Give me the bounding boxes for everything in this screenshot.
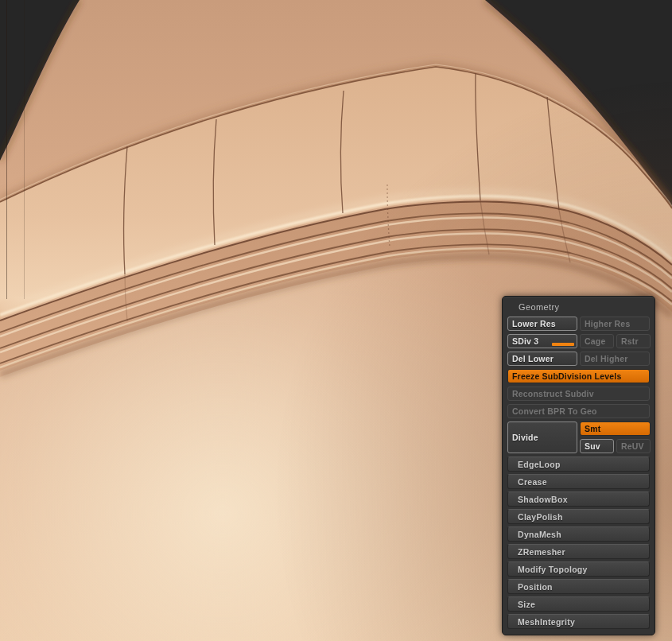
divide-options: Smt Suv ReUV [580,422,651,453]
resolution-row: Lower Res Higher Res [507,317,650,331]
reconstruct-row: Reconstruct Subdiv [507,387,650,401]
section-dynamesh-button[interactable]: DynaMesh [507,526,650,542]
section-size-button[interactable]: Size [507,596,650,612]
cage-button: Cage [580,334,614,348]
del-higher-button: Del Higher [580,352,650,366]
reuv-button: ReUV [616,439,651,453]
suv-button[interactable]: Suv [580,439,614,453]
freeze-row: Freeze SubDivision Levels [507,369,650,383]
section-zremesher-button[interactable]: ZRemesher [507,544,650,559]
divide-row: Divide Smt Suv ReUV [507,422,650,453]
section-modify-topology-button[interactable]: Modify Topology [507,561,650,577]
section-claypolish-button[interactable]: ClayPolish [507,509,650,524]
sdiv-row: SDiv 3 Cage Rstr [507,334,650,348]
sdiv-slider-fill [552,343,574,346]
section-meshintegrity-button[interactable]: MeshIntegrity [507,614,650,629]
sdiv-slider[interactable]: SDiv 3 [507,334,577,348]
convert-row: Convert BPR To Geo [507,404,650,418]
lower-res-button[interactable]: Lower Res [507,317,577,331]
geometry-panel: Geometry Lower Res Higher Res SDiv 3 Cag… [502,296,655,635]
section-position-button[interactable]: Position [507,579,650,594]
del-lower-button[interactable]: Del Lower [507,352,577,366]
freeze-subdivision-levels-button[interactable]: Freeze SubDivision Levels [507,369,650,383]
section-shadowbox-button[interactable]: ShadowBox [507,491,650,507]
reconstruct-subdiv-button: Reconstruct Subdiv [507,387,650,401]
rstr-button: Rstr [616,334,651,348]
sdiv-slider-label: SDiv 3 [512,335,538,348]
higher-res-button: Higher Res [580,317,650,331]
section-crease-button[interactable]: Crease [507,474,650,489]
delete-row: Del Lower Del Higher [507,352,650,366]
suv-row: Suv ReUV [580,439,651,453]
section-edgeloop-button[interactable]: EdgeLoop [507,456,650,472]
convert-bpr-to-geo-button: Convert BPR To Geo [507,404,650,418]
divide-button[interactable]: Divide [507,422,577,453]
panel-title[interactable]: Geometry [507,301,650,313]
smt-button[interactable]: Smt [580,422,651,436]
